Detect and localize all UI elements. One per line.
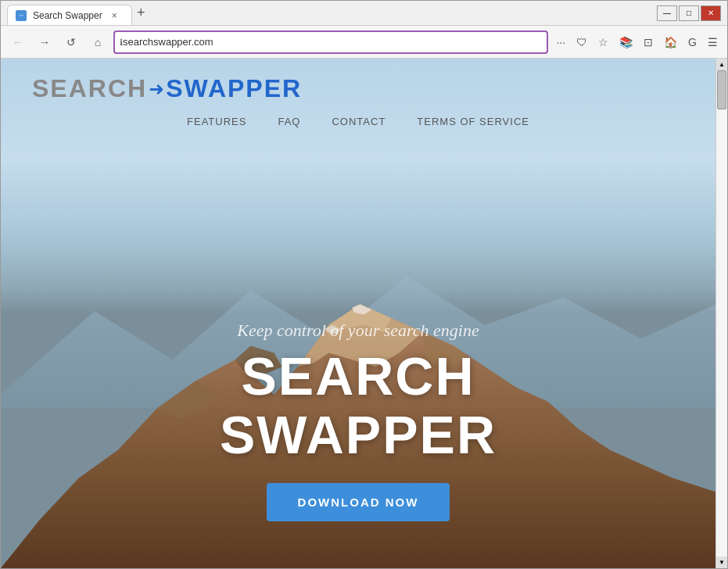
back-button[interactable]: ← xyxy=(7,31,29,53)
synced-tabs-button[interactable]: ⊡ xyxy=(640,33,656,52)
site-header: SEARCH ➜ SWAPPER FEATURES FAQ CONTACT TE… xyxy=(1,59,715,135)
website: SEARCH ➜ SWAPPER FEATURES FAQ CONTACT TE… xyxy=(1,59,715,568)
hero-title: SEARCH SWAPPER xyxy=(220,347,497,464)
logo-swapper-text: SWAPPER xyxy=(166,74,302,103)
tab-icon xyxy=(16,10,27,21)
more-options-button[interactable]: ··· xyxy=(553,33,568,52)
new-tab-button[interactable]: + xyxy=(132,5,150,21)
hero-tagline: Keep control of your search engine xyxy=(237,320,479,341)
tab-close-button[interactable]: × xyxy=(112,10,117,21)
nav-contact[interactable]: CONTACT xyxy=(332,116,386,127)
home-icon-button[interactable]: 🏠 xyxy=(661,33,680,52)
scrollbar-track[interactable] xyxy=(716,70,727,556)
address-input[interactable] xyxy=(113,30,548,54)
logo-search-text: SEARCH xyxy=(32,74,147,103)
window-controls: — □ ✕ xyxy=(657,5,721,21)
scrollbar-up-button[interactable]: ▲ xyxy=(716,59,727,70)
navigation-bar: ← → ↺ ⌂ ℹ ··· 🛡 ☆ 📚 ⊡ 🏠 G ☰ xyxy=(1,26,727,59)
reading-list-button[interactable]: 📚 xyxy=(616,33,636,52)
menu-button[interactable]: ☰ xyxy=(705,33,721,52)
hero-content: Keep control of your search engine SEARC… xyxy=(1,320,715,521)
nav-extras: ··· 🛡 ☆ 📚 ⊡ 🏠 G ☰ xyxy=(553,33,721,52)
tab-title: Search Swapper xyxy=(33,10,102,21)
scrollbar-down-button[interactable]: ▼ xyxy=(716,556,727,568)
pocket-button[interactable]: 🛡 xyxy=(573,33,590,52)
hero-title-line2: SWAPPER xyxy=(220,406,497,464)
refresh-button[interactable]: ↺ xyxy=(60,31,82,53)
title-bar: Search Swapper × + — □ ✕ xyxy=(1,1,727,26)
info-icon: ℹ xyxy=(120,37,123,47)
browser-content-wrapper: SEARCH ➜ SWAPPER FEATURES FAQ CONTACT TE… xyxy=(1,59,727,568)
scrollbar: ▲ ▼ xyxy=(715,59,727,568)
nav-features[interactable]: FEATURES xyxy=(187,116,246,127)
logo-arrow-icon: ➜ xyxy=(149,78,164,100)
tab-area: Search Swapper × + xyxy=(7,1,657,25)
address-bar-container: ℹ xyxy=(113,30,548,54)
nav-faq[interactable]: FAQ xyxy=(278,116,300,127)
hero-title-line1: SEARCH xyxy=(220,347,497,406)
close-button[interactable]: ✕ xyxy=(701,5,721,21)
browser-window: Search Swapper × + — □ ✕ ← → ↺ xyxy=(0,0,728,569)
browser-tab[interactable]: Search Swapper × xyxy=(7,5,132,25)
maximize-button[interactable]: □ xyxy=(679,5,699,21)
site-navigation: FEATURES FAQ CONTACT TERMS OF SERVICE xyxy=(187,116,529,127)
nav-terms[interactable]: TERMS OF SERVICE xyxy=(417,116,529,127)
scrollbar-thumb[interactable] xyxy=(717,70,726,109)
extension-button[interactable]: G xyxy=(685,33,700,52)
home-button[interactable]: ⌂ xyxy=(87,31,109,53)
bookmark-button[interactable]: ☆ xyxy=(595,33,611,52)
logo: SEARCH ➜ SWAPPER xyxy=(32,74,302,103)
download-now-button[interactable]: DOWNLOAD NOW xyxy=(267,483,450,521)
forward-button[interactable]: → xyxy=(34,31,56,53)
minimize-button[interactable]: — xyxy=(657,5,677,21)
